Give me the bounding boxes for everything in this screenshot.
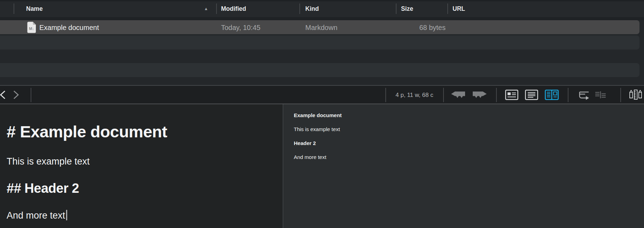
preview-pane: Example document This is example text He…: [283, 104, 644, 228]
editor-line-h2[interactable]: ## Header 2: [7, 181, 79, 196]
page-with-lines-icon: [525, 90, 538, 100]
preview-heading-2: Header 2: [294, 140, 316, 146]
toolbar-divider: [496, 88, 497, 102]
empty-list-stripe: [0, 36, 639, 50]
merge-sheets-button[interactable]: [594, 86, 607, 104]
empty-list-stripe: [0, 63, 639, 77]
back-button[interactable]: [0, 86, 7, 104]
solid-left-arrow-icon: [451, 91, 465, 99]
column-header-modified[interactable]: Modified: [221, 0, 246, 17]
editor-toolbar: 4 p, 11 w, 68 c: [0, 85, 644, 104]
header-divider: [299, 3, 300, 14]
markdown-editor[interactable]: # Example document This is example text …: [0, 104, 283, 228]
sort-ascending-icon[interactable]: ▲: [204, 0, 208, 17]
sheet-info-view-button[interactable]: [505, 86, 519, 104]
markdown-file-icon: M↓: [27, 22, 36, 33]
header-divider: [447, 3, 448, 14]
file-list-header: Name ▲ Modified Kind Size URL: [0, 0, 644, 17]
lines-with-arrow-icon: [577, 90, 590, 100]
offset-lines-icon: [594, 90, 607, 100]
header-separator: [0, 17, 644, 20]
column-header-url[interactable]: URL: [453, 0, 465, 17]
editor-line-body[interactable]: And more text: [7, 210, 67, 221]
toolbar-divider: [443, 88, 444, 102]
file-modified-cell: Today, 10:45: [221, 20, 260, 34]
append-text-button[interactable]: [577, 86, 591, 104]
toolbar-divider: [568, 88, 568, 102]
preview-paragraph: This is example text: [294, 127, 340, 132]
column-header-name[interactable]: Name: [26, 0, 43, 17]
editor-only-view-button[interactable]: [525, 86, 539, 104]
markup-tools-button[interactable]: [628, 86, 643, 104]
column-header-size[interactable]: Size: [401, 0, 413, 17]
page-with-box-icon: [505, 90, 518, 100]
markdown-app-window: Name ▲ Modified Kind Size URL M↓ Example…: [0, 0, 644, 228]
svg-text:M↓: M↓: [29, 26, 34, 31]
header-divider: [14, 3, 14, 14]
header-divider: [216, 3, 217, 14]
next-marker-button[interactable]: [472, 86, 488, 104]
text-caret: [66, 210, 67, 220]
preview-paragraph: And more text: [294, 154, 326, 160]
word-count-stats[interactable]: 4 p, 11 w, 68 c: [386, 86, 443, 104]
toolbar-divider: [31, 88, 31, 102]
editor-line-h1[interactable]: # Example document: [7, 123, 167, 141]
column-header-kind[interactable]: Kind: [305, 0, 319, 17]
editor-line-body[interactable]: This is example text: [7, 157, 90, 167]
pens-and-ruler-icon: [628, 89, 643, 101]
open-book-icon: [545, 90, 559, 100]
preview-heading-1: Example document: [294, 113, 342, 119]
chevron-right-icon: [13, 90, 19, 100]
solid-right-arrow-icon: [472, 91, 487, 99]
toolbar-divider: [620, 88, 621, 102]
file-name-cell: Example document: [39, 20, 99, 34]
previous-marker-button[interactable]: [450, 86, 466, 104]
header-divider: [396, 3, 396, 14]
forward-button[interactable]: [12, 86, 20, 104]
split-preview-view-button[interactable]: [544, 86, 559, 104]
file-row[interactable]: M↓ Example document Today, 10:45 Markdow…: [0, 20, 639, 34]
file-size-cell: 68 bytes: [376, 20, 446, 34]
chevron-left-icon: [0, 90, 6, 100]
file-kind-cell: Markdown: [305, 20, 337, 34]
